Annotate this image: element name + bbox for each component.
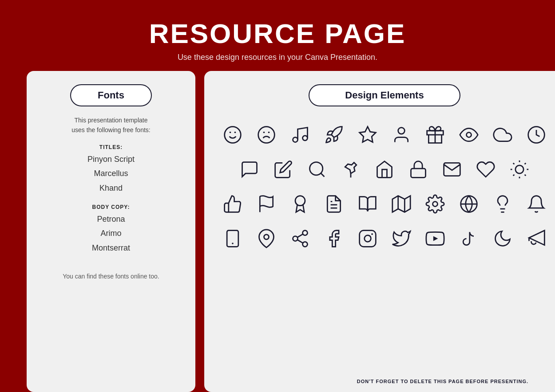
svg-point-18 <box>515 165 523 173</box>
svg-point-12 <box>467 133 472 137</box>
icons-row-1 <box>218 120 551 150</box>
rocket-icon <box>319 120 349 150</box>
svg-point-28 <box>295 196 305 206</box>
svg-line-45 <box>297 240 303 243</box>
svg-point-0 <box>225 127 241 143</box>
svg-line-15 <box>321 173 325 177</box>
eye-icon <box>454 120 484 150</box>
fonts-description: This presentation templateuses the follo… <box>71 115 150 135</box>
svg-line-26 <box>525 163 526 165</box>
icons-row-4 <box>218 223 551 254</box>
svg-rect-47 <box>360 231 376 247</box>
youtube-icon <box>420 223 450 254</box>
sad-face-icon <box>251 120 281 150</box>
main-content: Fonts This presentation templateuses the… <box>0 71 555 392</box>
svg-line-22 <box>525 175 526 176</box>
fonts-title: Fonts <box>98 90 124 101</box>
chat-icon <box>234 154 265 184</box>
icons-row-3 <box>218 189 551 219</box>
page-title: RESOURCE PAGE <box>149 18 406 49</box>
thumbsup-icon <box>218 189 248 219</box>
home-icon <box>369 154 400 184</box>
fonts-panel: Fonts This presentation templateuses the… <box>27 71 195 392</box>
svg-point-3 <box>258 127 275 143</box>
location-icon <box>251 223 281 254</box>
music-icon <box>285 120 315 150</box>
svg-point-34 <box>433 202 438 207</box>
share-icon <box>285 223 315 254</box>
fonts-footer: You can find these fonts online too. <box>63 273 159 280</box>
page-header: RESOURCE PAGE Use these design resources… <box>149 0 406 71</box>
svg-line-25 <box>513 175 515 176</box>
svg-point-6 <box>293 137 298 142</box>
svg-marker-31 <box>392 196 410 212</box>
facebook-icon <box>319 223 349 254</box>
fonts-title-box: Fonts <box>70 84 152 106</box>
lightbulb-icon <box>488 189 518 219</box>
svg-line-46 <box>297 234 303 237</box>
svg-point-44 <box>303 242 308 247</box>
gift-icon <box>420 120 450 150</box>
svg-marker-49 <box>433 236 438 241</box>
design-panel: Design Elements <box>204 71 555 392</box>
svg-line-21 <box>513 163 515 165</box>
award-icon <box>285 189 315 219</box>
map-icon <box>386 189 416 219</box>
body-label: BODY COPY: <box>92 204 130 210</box>
megaphone-icon <box>521 223 551 254</box>
svg-point-7 <box>303 136 308 141</box>
icons-grid <box>218 120 551 254</box>
instagram-icon <box>353 223 383 254</box>
pencil-icon <box>268 154 298 184</box>
moon-icon <box>488 223 518 254</box>
gear-icon <box>420 189 450 219</box>
pin-icon <box>336 154 366 184</box>
star-icon <box>353 120 383 150</box>
titles-section: TITLES: Pinyon ScriptMarcellusKhand <box>87 144 135 195</box>
icons-row-2 <box>234 154 535 184</box>
svg-marker-8 <box>360 127 376 142</box>
sun-icon <box>504 154 535 184</box>
body-section: BODY COPY: PetronaArimoMontserrat <box>92 204 130 255</box>
book-icon <box>353 189 383 219</box>
globe-icon <box>454 189 484 219</box>
document-icon <box>319 189 349 219</box>
titles-label: TITLES: <box>87 144 135 150</box>
design-title-box: Design Elements <box>309 84 460 106</box>
titles-fonts: Pinyon ScriptMarcellusKhand <box>87 152 135 195</box>
design-title: Design Elements <box>345 90 424 101</box>
twitter-icon <box>386 223 416 254</box>
clock-icon <box>521 120 551 150</box>
flag-icon <box>251 189 281 219</box>
footer-note: DON'T FORGET TO DELETE THIS PAGE BEFORE … <box>357 379 528 384</box>
cloud-icon <box>488 120 518 150</box>
page-subtitle: Use these design resources in your Canva… <box>149 53 406 62</box>
svg-point-42 <box>303 231 308 235</box>
svg-point-43 <box>293 236 298 241</box>
svg-point-14 <box>310 162 323 175</box>
svg-rect-17 <box>411 169 426 177</box>
smiley-icon <box>218 120 248 150</box>
svg-point-41 <box>264 235 269 239</box>
heart-icon <box>471 154 501 184</box>
user-icon <box>386 120 416 150</box>
mail-icon <box>437 154 467 184</box>
lock-icon <box>403 154 433 184</box>
svg-point-9 <box>398 128 405 134</box>
phone-icon <box>218 223 248 254</box>
tiktok-icon <box>454 223 484 254</box>
search-icon <box>302 154 332 184</box>
body-fonts: PetronaArimoMontserrat <box>92 212 130 255</box>
bell-icon <box>521 189 551 219</box>
